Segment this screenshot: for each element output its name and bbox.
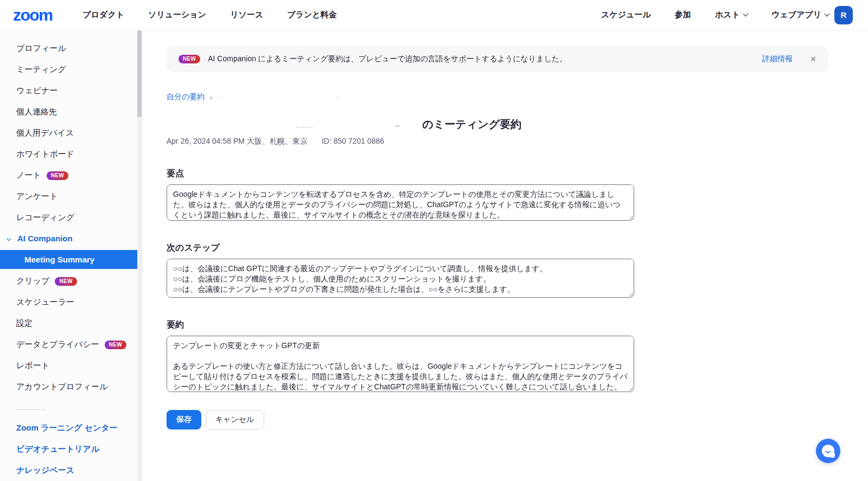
sidebar-link-video-tutorials[interactable]: ビデオチュートリアル bbox=[0, 439, 142, 460]
banner-message: AI Companion によるミーティング要約は、プレビューで追加の言語をサポ… bbox=[208, 54, 755, 64]
sidebar-item-personal-contacts[interactable]: 個人連絡先 bbox=[0, 101, 142, 123]
sidebar-scrollbar[interactable] bbox=[137, 30, 142, 481]
nav-plans-pricing[interactable]: プランと料金 bbox=[287, 10, 336, 20]
sidebar-item-surveys[interactable]: アンケート bbox=[0, 186, 142, 207]
nav-webapp-label: ウェブアプリ bbox=[771, 10, 821, 19]
chevron-down-icon bbox=[743, 11, 748, 17]
chevron-down-icon bbox=[825, 11, 830, 17]
sidebar-link-label: Zoom ラーニング センター bbox=[16, 423, 118, 433]
page-title: のミーティング要約 bbox=[422, 117, 521, 132]
new-badge: NEW bbox=[47, 171, 68, 180]
sidebar-item-recordings[interactable]: レコーディング bbox=[0, 207, 142, 228]
breadcrumb-redacted-text: ·· bbox=[335, 93, 342, 101]
sidebar-item-meeting-summary[interactable]: Meeting Summary bbox=[0, 250, 142, 269]
sidebar-item-label: レコーディング bbox=[16, 213, 74, 223]
nav-schedule[interactable]: スケジュール bbox=[601, 10, 651, 20]
sidebar-item-label: アカウントプロフィール bbox=[16, 382, 108, 392]
nav-webapp-menu[interactable]: ウェブアプリ bbox=[771, 10, 829, 20]
breadcrumb-redacted-text: · bbox=[218, 93, 222, 101]
notification-banner: NEW AI Companion によるミーティング要約は、プレビューで追加の言… bbox=[167, 46, 828, 72]
breadcrumb: 自分の要約 › · ·· bbox=[167, 92, 828, 102]
sidebar-item-settings[interactable]: 設定 bbox=[0, 313, 142, 334]
chevron-down-icon bbox=[7, 236, 11, 240]
nav-host-menu[interactable]: ホスト bbox=[715, 10, 748, 20]
sidebar-item-profile[interactable]: プロフィール bbox=[0, 38, 142, 59]
save-button[interactable]: 保存 bbox=[167, 410, 201, 429]
sidebar-item-clips[interactable]: クリップNEW bbox=[0, 271, 142, 292]
sidebar-divider bbox=[16, 409, 46, 410]
summary-textarea[interactable]: テンプレートの変更とチャットGPTの更新 あるテンプレートの使い方と修正方法につ… bbox=[167, 336, 634, 392]
sidebar-link-label: ビデオチュートリアル bbox=[16, 444, 99, 454]
next-steps-heading: 次のステップ bbox=[167, 242, 828, 254]
sidebar-item-data-privacy[interactable]: データとプライバシーNEW bbox=[0, 334, 142, 355]
sidebar-item-ai-companion[interactable]: AI Companion bbox=[0, 228, 142, 248]
nav-products[interactable]: プロダクト bbox=[82, 10, 124, 20]
sidebar-item-label: 個人用デバイス bbox=[16, 128, 74, 138]
sidebar-item-label: AI Companion bbox=[17, 234, 73, 243]
new-badge: NEW bbox=[178, 55, 200, 63]
key-points-textarea[interactable]: Googleドキュメントからコンテンツを転送するプロセスを含め、特定のテンプレー… bbox=[167, 184, 634, 221]
sidebar: プロフィール ミーティング ウェビナー 個人連絡先 個人用デバイス ホワイトボー… bbox=[0, 30, 142, 481]
primary-nav: プロダクト ソリューション リソース プランと料金 bbox=[82, 10, 336, 20]
banner-learn-more-link[interactable]: 詳細情報 bbox=[762, 54, 793, 64]
new-badge: NEW bbox=[105, 341, 126, 349]
sidebar-item-label: プロフィール bbox=[16, 43, 66, 54]
secondary-nav: スケジュール 参加 ホスト ウェブアプリ bbox=[601, 10, 829, 20]
redacted-meeting-name: – bbox=[395, 121, 400, 130]
breadcrumb-separator: › bbox=[210, 93, 212, 101]
breadcrumb-my-summaries-link[interactable]: 自分の要約 bbox=[167, 92, 205, 102]
sidebar-item-notes[interactable]: ノートNEW bbox=[0, 165, 142, 186]
nav-solutions[interactable]: ソリューション bbox=[148, 10, 206, 20]
sidebar-item-label: ウェビナー bbox=[16, 86, 58, 96]
cancel-button[interactable]: キャンセル bbox=[206, 410, 264, 429]
sidebar-item-reports[interactable]: レポート bbox=[0, 355, 142, 376]
close-icon[interactable]: ✕ bbox=[810, 55, 816, 63]
sidebar-item-label: 設定 bbox=[16, 318, 33, 329]
summary-heading: 要約 bbox=[167, 319, 828, 331]
sidebar-item-label: クリップ bbox=[16, 276, 49, 286]
main-content: NEW AI Companion によるミーティング要約は、プレビューで追加の言… bbox=[142, 30, 868, 481]
key-points-heading: 要点 bbox=[167, 168, 828, 179]
sidebar-item-account-profile[interactable]: アカウントプロフィール bbox=[0, 376, 142, 397]
nav-host-label: ホスト bbox=[715, 10, 740, 19]
sidebar-item-whiteboard[interactable]: ホワイトボード bbox=[0, 144, 142, 165]
zoom-logo[interactable]: zoom bbox=[13, 6, 52, 24]
top-navigation-bar: zoom プロダクト ソリューション リソース プランと料金 スケジュール 参加… bbox=[0, 0, 868, 30]
action-buttons: 保存 キャンセル bbox=[167, 410, 828, 429]
user-avatar[interactable]: R bbox=[834, 6, 853, 24]
next-steps-textarea[interactable]: ○○は、会議後にChat GPTに関連する最近のアップデートやプラグインについて… bbox=[167, 259, 634, 298]
sidebar-link-knowledge-base[interactable]: ナレッジベース bbox=[0, 460, 142, 481]
sidebar-item-label: 個人連絡先 bbox=[16, 107, 57, 117]
redacted-meeting-name: ...... bbox=[296, 121, 314, 130]
meeting-id: ID: 850 7201 0886 bbox=[322, 137, 384, 146]
sidebar-item-label: ノート bbox=[16, 170, 41, 181]
sidebar-item-label: ホワイトボード bbox=[16, 149, 74, 159]
sidebar-item-label: スケジューラー bbox=[16, 297, 74, 307]
chat-bubble-icon bbox=[822, 445, 834, 457]
sidebar-item-label: レポート bbox=[16, 361, 49, 371]
new-badge: NEW bbox=[55, 277, 76, 286]
sidebar-item-meetings[interactable]: ミーティング bbox=[0, 59, 142, 80]
smile-icon bbox=[825, 448, 831, 453]
sidebar-item-label: データとプライバシー bbox=[16, 339, 99, 350]
sidebar-link-label: ナレッジベース bbox=[16, 465, 74, 476]
sidebar-item-scheduler[interactable]: スケジューラー bbox=[0, 292, 142, 313]
sidebar-item-label: アンケート bbox=[16, 191, 58, 202]
scrollbar-thumb[interactable] bbox=[137, 30, 142, 117]
sidebar-item-label: ミーティング bbox=[16, 65, 66, 75]
meeting-meta: Apr 26, 2024 04:58 PM 大阪、札幌、東京 ID: 850 7… bbox=[167, 137, 828, 146]
sidebar-link-learning-center[interactable]: Zoom ラーニング センター bbox=[0, 418, 142, 439]
chat-support-button[interactable] bbox=[816, 439, 840, 463]
meeting-datetime: Apr 26, 2024 04:58 PM 大阪、札幌、東京 bbox=[167, 137, 308, 146]
nav-join[interactable]: 参加 bbox=[675, 10, 691, 20]
sidebar-item-label: Meeting Summary bbox=[24, 255, 94, 264]
sidebar-item-webinars[interactable]: ウェビナー bbox=[0, 80, 142, 101]
sidebar-item-personal-devices[interactable]: 個人用デバイス bbox=[0, 123, 142, 144]
meeting-title-row: ...... – のミーティング要約 bbox=[296, 117, 828, 132]
nav-resources[interactable]: リソース bbox=[230, 10, 263, 20]
